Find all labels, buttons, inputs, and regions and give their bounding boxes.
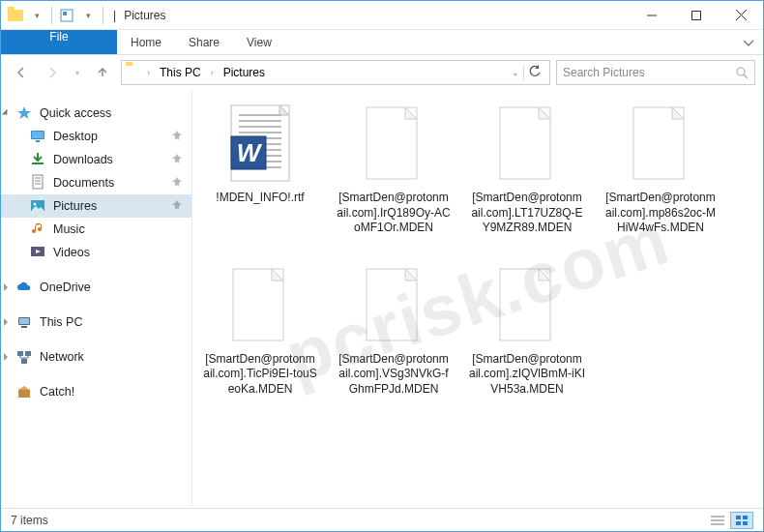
sidebar-item-desktop[interactable]: Desktop xyxy=(1,125,191,148)
view-switcher xyxy=(706,512,753,529)
svg-rect-51 xyxy=(743,521,748,525)
sidebar-network[interactable]: Network xyxy=(1,345,191,369)
window-title: Pictures xyxy=(120,9,165,22)
file-item[interactable]: [SmartDen@protonmail.com].mp86s2oc-MHiW4… xyxy=(602,103,719,236)
sidebar-item-label: Documents xyxy=(53,176,114,190)
refresh-button[interactable] xyxy=(528,65,542,81)
sidebar-item-downloads[interactable]: Downloads xyxy=(1,148,191,171)
properties-icon[interactable] xyxy=(58,7,75,24)
file-icon xyxy=(359,103,428,185)
qat-dropdown2-icon[interactable]: ▾ xyxy=(79,7,97,24)
tab-share[interactable]: Share xyxy=(175,30,233,54)
details-view-button[interactable] xyxy=(706,512,729,529)
separator xyxy=(523,65,524,80)
file-list[interactable]: W!MDEN_INFO!.rtf[SmartDen@protonmail.com… xyxy=(192,90,763,506)
explorer-body: Quick access DesktopDownloadsDocumentsPi… xyxy=(1,90,763,506)
pin-icon xyxy=(172,153,182,166)
sidebar-item-music[interactable]: Music xyxy=(1,218,191,241)
sidebar-label: OneDrive xyxy=(40,281,91,294)
up-button[interactable] xyxy=(90,60,115,85)
navigation-pane: Quick access DesktopDownloadsDocumentsPi… xyxy=(1,90,192,506)
ribbon-expand-icon[interactable] xyxy=(734,30,763,54)
pin-icon xyxy=(172,199,182,213)
documents-icon xyxy=(30,174,45,192)
sidebar-item-videos[interactable]: Videos xyxy=(1,241,191,264)
file-icon xyxy=(359,265,428,346)
minimize-button[interactable] xyxy=(630,1,674,30)
close-button[interactable] xyxy=(719,1,763,30)
file-item[interactable]: [SmartDen@protonmail.com].VSg3NVkG-fGhmF… xyxy=(336,265,452,398)
svg-rect-25 xyxy=(18,390,30,398)
tab-home[interactable]: Home xyxy=(117,30,175,54)
sidebar-thispc[interactable]: This PC xyxy=(1,310,191,334)
sidebar-label: This PC xyxy=(40,315,82,329)
file-name: !MDEN_INFO!.rtf xyxy=(216,191,304,206)
file-name: [SmartDen@protonmail.com].VSg3NVkG-fGhmF… xyxy=(336,352,452,398)
file-icon xyxy=(626,103,695,185)
sidebar-item-documents[interactable]: Documents xyxy=(1,171,191,194)
file-name: [SmartDen@protonmail.com].mp86s2oc-MHiW4… xyxy=(602,191,719,236)
navigation-bar: ▾ › This PC › Pictures ⌄ Search Pictures xyxy=(1,55,763,90)
svg-text:W: W xyxy=(237,138,263,167)
address-dropdown-icon[interactable]: ⌄ xyxy=(512,68,519,77)
separator xyxy=(103,7,103,24)
svg-rect-9 xyxy=(32,132,44,138)
file-icon xyxy=(225,265,295,346)
sidebar-item-label: Music xyxy=(53,222,85,236)
tab-file[interactable]: File xyxy=(1,30,117,54)
breadcrumb-pictures[interactable]: Pictures xyxy=(220,66,269,79)
sidebar-item-label: Desktop xyxy=(53,130,98,143)
file-item[interactable]: [SmartDen@protonmail.com].IrQ189Oy-ACoMF… xyxy=(336,103,452,236)
ribbon-tabs: File Home Share View xyxy=(1,30,763,55)
file-name: [SmartDen@protonmail.com].TicPi9EI-touSe… xyxy=(202,352,318,398)
sidebar-catch[interactable]: Catch! xyxy=(1,380,191,403)
network-icon xyxy=(16,349,32,365)
file-name: [SmartDen@protonmail.com].IrQ189Oy-ACoMF… xyxy=(336,191,452,236)
address-bar[interactable]: › This PC › Pictures ⌄ xyxy=(121,60,550,85)
file-item[interactable]: [SmartDen@protonmail.com].TicPi9EI-touSe… xyxy=(202,265,318,398)
sidebar-quick-access[interactable]: Quick access xyxy=(1,102,191,125)
svg-line-7 xyxy=(744,74,748,78)
recent-dropdown-icon[interactable]: ▾ xyxy=(71,60,84,85)
chevron-right-icon[interactable]: › xyxy=(145,68,152,77)
downloads-icon xyxy=(30,151,45,169)
svg-rect-48 xyxy=(736,516,741,519)
qat-dropdown-icon[interactable]: ▾ xyxy=(28,7,45,24)
folder-icon xyxy=(7,7,24,24)
file-item[interactable]: W!MDEN_INFO!.rtf xyxy=(202,103,318,236)
icons-view-button[interactable] xyxy=(730,512,753,529)
svg-rect-24 xyxy=(21,359,27,364)
sidebar-item-label: Videos xyxy=(53,246,90,259)
sidebar-item-label: Downloads xyxy=(53,153,113,166)
sidebar-label: Quick access xyxy=(40,106,111,120)
music-icon xyxy=(30,221,45,239)
pin-icon xyxy=(172,176,182,190)
svg-rect-1 xyxy=(63,12,67,15)
svg-rect-23 xyxy=(25,351,31,356)
breadcrumb-thispc[interactable]: This PC xyxy=(156,66,205,79)
forward-button[interactable] xyxy=(40,60,65,85)
catch-icon xyxy=(16,384,32,399)
file-item[interactable]: [SmartDen@protonmail.com].zIQVlBmM-iKIVH… xyxy=(469,265,585,398)
search-placeholder: Search Pictures xyxy=(563,66,645,79)
chevron-right-icon[interactable]: › xyxy=(209,68,216,77)
svg-rect-22 xyxy=(17,351,23,356)
sidebar-onedrive[interactable]: OneDrive xyxy=(1,276,191,299)
file-icon xyxy=(492,265,562,346)
file-item[interactable]: [SmartDen@protonmail.com].LT17UZ8Q-EY9MZ… xyxy=(469,103,585,236)
videos-icon xyxy=(30,244,45,262)
maximize-button[interactable] xyxy=(674,1,719,30)
svg-rect-10 xyxy=(36,140,40,142)
file-icon xyxy=(492,103,562,185)
pin-icon xyxy=(172,130,182,143)
window-controls xyxy=(630,1,763,30)
status-item-count: 7 items xyxy=(11,514,48,527)
sidebar-item-pictures[interactable]: Pictures xyxy=(1,194,191,218)
svg-rect-50 xyxy=(736,521,741,525)
tab-view[interactable]: View xyxy=(233,30,285,54)
back-button[interactable] xyxy=(9,60,34,85)
star-icon xyxy=(16,105,32,121)
search-input[interactable]: Search Pictures xyxy=(556,60,755,85)
sidebar-label: Network xyxy=(40,350,84,364)
sidebar-item-label: Pictures xyxy=(53,199,97,213)
